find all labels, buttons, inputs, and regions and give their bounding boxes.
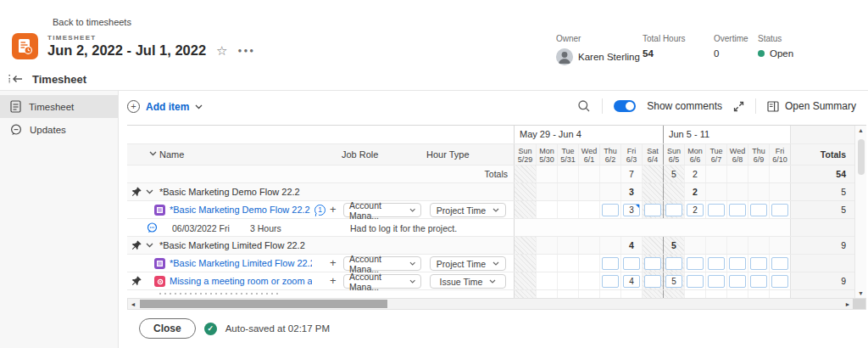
- week-totals-row: Totals 752 54: [127, 166, 866, 183]
- hour-input[interactable]: [623, 257, 640, 270]
- open-summary-button[interactable]: Open Summary: [767, 100, 856, 112]
- expand-icon[interactable]: [733, 101, 744, 112]
- vertical-scroll-thumb[interactable]: [858, 139, 865, 175]
- add-item-plus-icon: +: [127, 100, 140, 113]
- vertical-scrollbar[interactable]: ▲ ▼: [854, 126, 866, 298]
- hour-input[interactable]: [729, 257, 746, 270]
- horizontal-scroll-thumb[interactable]: [140, 300, 387, 308]
- hour-input[interactable]: [708, 275, 725, 288]
- breadcrumb: Timesheet: [0, 68, 868, 91]
- job-role-select[interactable]: Account Mana...: [343, 203, 421, 217]
- scroll-right-arrow[interactable]: ►: [843, 301, 853, 307]
- pin-icon[interactable]: [131, 240, 142, 250]
- hour-input[interactable]: 2: [687, 204, 704, 216]
- search-icon[interactable]: [577, 99, 591, 113]
- hour-input[interactable]: [602, 257, 619, 270]
- hour-input[interactable]: [729, 275, 746, 288]
- totals-row-label: Totals: [485, 169, 508, 179]
- item-name-link[interactable]: *Basic Marketing Demo Flow 22.2: [170, 205, 310, 215]
- hour-input[interactable]: [750, 204, 767, 216]
- collapse-all-chevron-icon[interactable]: [149, 151, 157, 156]
- favorite-star-icon[interactable]: ☆: [216, 44, 227, 57]
- totals-column-header: Totals: [790, 144, 854, 165]
- day-cell-5/31: [557, 201, 578, 218]
- breadcrumb-title: Timesheet: [32, 73, 86, 86]
- timesheet-main: + Add item Show comments: [119, 91, 868, 348]
- scroll-left-arrow[interactable]: ◄: [128, 301, 138, 307]
- name-column-header[interactable]: Name: [159, 149, 184, 160]
- comment-row: 06/03/2022 Fri 3 Hours Had to log it for…: [127, 219, 866, 237]
- hour-type-column-header[interactable]: Hour Type: [426, 149, 470, 160]
- hour-input[interactable]: [708, 204, 725, 216]
- day-cell-6/8: [726, 290, 748, 298]
- hour-input[interactable]: [771, 257, 788, 270]
- hour-input[interactable]: [771, 275, 788, 288]
- hour-type-select[interactable]: Issue Time: [430, 274, 506, 289]
- hour-input[interactable]: [687, 257, 704, 270]
- hour-input[interactable]: [665, 204, 682, 216]
- hour-input[interactable]: [644, 257, 661, 270]
- day-cell-5/29: [515, 166, 536, 182]
- day-header-5/30: Mon5/30: [536, 144, 557, 165]
- group-name[interactable]: *Basic Marketing Limited Flow 22.2: [159, 240, 305, 250]
- hour-input[interactable]: [644, 204, 661, 216]
- hour-input[interactable]: [602, 275, 619, 288]
- hour-input[interactable]: [750, 275, 767, 288]
- group-chevron-icon[interactable]: [146, 243, 153, 248]
- hour-input[interactable]: [708, 257, 725, 270]
- hour-input[interactable]: [665, 257, 682, 270]
- scroll-up-arrow[interactable]: ▲: [855, 127, 866, 133]
- hour-type-select[interactable]: Project Time: [430, 256, 506, 271]
- add-hours-plus-icon[interactable]: +: [330, 256, 337, 269]
- day-cell-5/31: [557, 290, 578, 298]
- day-cell-5/30: [536, 272, 557, 289]
- hour-input[interactable]: [729, 204, 746, 216]
- scroll-down-arrow[interactable]: ▼: [855, 290, 866, 296]
- horizontal-scrollbar[interactable]: ◄ ►: [127, 298, 866, 310]
- pin-icon[interactable]: [131, 187, 142, 197]
- sidebar-item-updates[interactable]: Updates: [0, 118, 118, 141]
- group-chevron-icon[interactable]: [146, 189, 153, 194]
- add-hours-plus-icon[interactable]: +: [330, 203, 337, 216]
- item-name-link[interactable]: *Basic Marketing Limited Flow 22.2: [170, 258, 312, 268]
- hour-input[interactable]: [750, 257, 767, 270]
- horizontal-scroll-track[interactable]: [138, 299, 843, 309]
- pin-icon[interactable]: [131, 276, 142, 286]
- timesheet-nav-icon: [10, 100, 21, 113]
- hour-input[interactable]: 3: [623, 204, 640, 216]
- more-options-icon[interactable]: ●●●: [238, 47, 256, 54]
- collapse-nav-icon[interactable]: [8, 74, 25, 84]
- day-cell-6/3: 4: [620, 272, 642, 289]
- sidebar-item-timesheet[interactable]: Timesheet: [0, 95, 118, 118]
- hour-input[interactable]: [687, 275, 704, 288]
- group-name[interactable]: *Basic Marketing Demo Flow 22.2: [159, 187, 300, 197]
- day-cell-6/4: [642, 272, 663, 289]
- status-label: Status: [758, 34, 793, 43]
- show-comments-toggle[interactable]: [614, 100, 636, 112]
- owner-avatar[interactable]: [556, 48, 573, 65]
- day-cell-5/30: [536, 183, 557, 200]
- item-name-link[interactable]: Missing a meeting room or zoom ac...: [170, 276, 312, 286]
- job-role-select[interactable]: Account Mana...: [343, 256, 421, 271]
- day-cell-6/4: [642, 183, 663, 200]
- hour-type-select[interactable]: Project Time: [430, 203, 506, 217]
- close-button[interactable]: Close: [139, 318, 196, 339]
- hour-input[interactable]: 4: [623, 275, 640, 288]
- day-cell-5/29: [515, 272, 536, 289]
- hour-input[interactable]: 5: [665, 275, 682, 288]
- job-role-column-header[interactable]: Job Role: [342, 149, 378, 160]
- add-item-button[interactable]: + Add item: [127, 100, 203, 113]
- item-row-limited-flow: *Basic Marketing Limited Flow 22.2 + Acc…: [127, 255, 866, 272]
- day-cell-6/3: 3: [620, 201, 642, 218]
- comment-count-badge[interactable]: 1: [314, 205, 326, 216]
- hour-input[interactable]: [771, 204, 788, 216]
- job-role-select[interactable]: Account Mana...: [343, 274, 421, 289]
- day-cell-6/8: [726, 183, 748, 200]
- row-total: 5: [790, 183, 854, 200]
- day-cell-6/9: [748, 237, 769, 254]
- hour-input[interactable]: [602, 204, 619, 216]
- back-to-timesheets-link[interactable]: Back to timesheets: [53, 17, 131, 27]
- total-hours-value: 54: [643, 48, 686, 59]
- hour-input[interactable]: [644, 275, 661, 288]
- add-hours-plus-icon[interactable]: +: [330, 274, 337, 287]
